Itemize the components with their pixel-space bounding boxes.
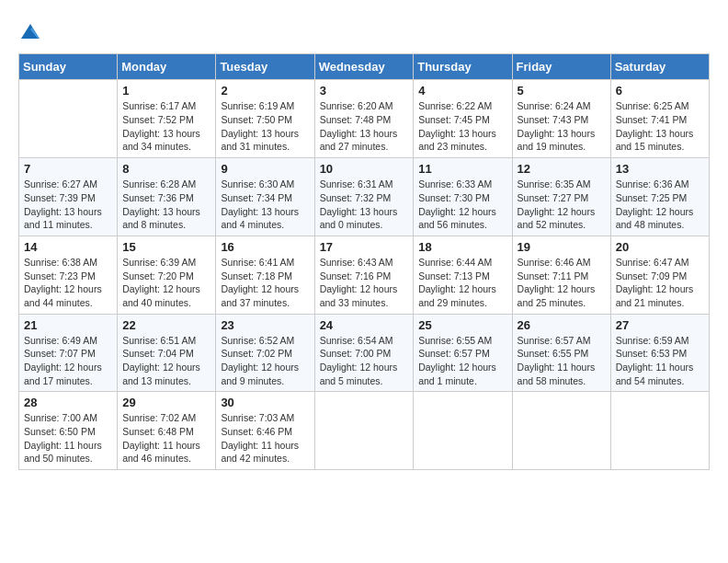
calendar-cell: 2Sunrise: 6:19 AMSunset: 7:50 PMDaylight… xyxy=(216,80,314,158)
day-number: 14 xyxy=(24,240,112,254)
day-number: 12 xyxy=(518,162,606,176)
day-info: Sunrise: 6:49 AMSunset: 7:07 PMDaylight:… xyxy=(24,334,112,388)
day-number: 21 xyxy=(24,318,112,332)
calendar-cell: 1Sunrise: 6:17 AMSunset: 7:52 PMDaylight… xyxy=(118,80,216,158)
calendar-cell: 26Sunrise: 6:57 AMSunset: 6:55 PMDayligh… xyxy=(512,314,610,392)
day-info: Sunrise: 6:38 AMSunset: 7:23 PMDaylight:… xyxy=(24,256,112,310)
day-info: Sunrise: 7:02 AMSunset: 6:48 PMDaylight:… xyxy=(122,411,210,465)
day-info: Sunrise: 6:28 AMSunset: 7:36 PMDaylight:… xyxy=(122,178,210,232)
calendar-cell: 7Sunrise: 6:27 AMSunset: 7:39 PMDaylight… xyxy=(19,158,118,236)
day-info: Sunrise: 7:00 AMSunset: 6:50 PMDaylight:… xyxy=(24,411,112,465)
column-header-friday: Friday xyxy=(512,54,610,80)
day-number: 8 xyxy=(122,162,210,176)
day-number: 22 xyxy=(122,318,210,332)
day-number: 28 xyxy=(24,396,112,409)
day-number: 18 xyxy=(418,240,506,254)
column-header-monday: Monday xyxy=(118,54,216,80)
calendar-cell: 12Sunrise: 6:35 AMSunset: 7:27 PMDayligh… xyxy=(512,158,610,236)
day-info: Sunrise: 6:30 AMSunset: 7:34 PMDaylight:… xyxy=(221,178,309,232)
calendar-cell: 17Sunrise: 6:43 AMSunset: 7:16 PMDayligh… xyxy=(314,236,414,314)
day-info: Sunrise: 6:24 AMSunset: 7:43 PMDaylight:… xyxy=(518,99,606,154)
calendar-week-5: 28Sunrise: 7:00 AMSunset: 6:50 PMDayligh… xyxy=(19,392,710,470)
calendar-cell: 5Sunrise: 6:24 AMSunset: 7:43 PMDaylight… xyxy=(512,80,610,158)
calendar-cell: 27Sunrise: 6:59 AMSunset: 6:53 PMDayligh… xyxy=(610,314,709,392)
day-number: 25 xyxy=(418,318,506,332)
day-number: 15 xyxy=(122,240,210,254)
calendar-cell: 3Sunrise: 6:20 AMSunset: 7:48 PMDaylight… xyxy=(314,80,414,158)
day-number: 26 xyxy=(518,318,606,332)
calendar-cell: 11Sunrise: 6:33 AMSunset: 7:30 PMDayligh… xyxy=(414,158,512,236)
calendar-cell: 16Sunrise: 6:41 AMSunset: 7:18 PMDayligh… xyxy=(216,236,314,314)
day-info: Sunrise: 6:43 AMSunset: 7:16 PMDaylight:… xyxy=(320,256,409,310)
day-info: Sunrise: 6:36 AMSunset: 7:25 PMDaylight:… xyxy=(616,178,704,232)
day-number: 27 xyxy=(616,318,704,332)
calendar-week-3: 14Sunrise: 6:38 AMSunset: 7:23 PMDayligh… xyxy=(19,236,710,314)
day-number: 3 xyxy=(320,84,409,98)
day-info: Sunrise: 6:54 AMSunset: 7:00 PMDaylight:… xyxy=(320,334,409,388)
calendar-header-row: SundayMondayTuesdayWednesdayThursdayFrid… xyxy=(19,54,710,80)
column-header-sunday: Sunday xyxy=(19,54,118,80)
calendar-cell: 23Sunrise: 6:52 AMSunset: 7:02 PMDayligh… xyxy=(216,314,314,392)
calendar-cell: 10Sunrise: 6:31 AMSunset: 7:32 PMDayligh… xyxy=(314,158,414,236)
calendar-cell: 22Sunrise: 6:51 AMSunset: 7:04 PMDayligh… xyxy=(118,314,216,392)
calendar-cell: 15Sunrise: 6:39 AMSunset: 7:20 PMDayligh… xyxy=(118,236,216,314)
day-number: 24 xyxy=(320,318,409,332)
day-info: Sunrise: 6:46 AMSunset: 7:11 PMDaylight:… xyxy=(518,256,606,310)
day-number: 1 xyxy=(122,84,210,98)
calendar-cell: 28Sunrise: 7:00 AMSunset: 6:50 PMDayligh… xyxy=(19,392,118,470)
day-info: Sunrise: 6:19 AMSunset: 7:50 PMDaylight:… xyxy=(221,99,309,154)
day-info: Sunrise: 6:27 AMSunset: 7:39 PMDaylight:… xyxy=(24,178,112,232)
calendar-cell: 24Sunrise: 6:54 AMSunset: 7:00 PMDayligh… xyxy=(314,314,414,392)
day-info: Sunrise: 6:17 AMSunset: 7:52 PMDaylight:… xyxy=(122,99,210,154)
day-info: Sunrise: 6:22 AMSunset: 7:45 PMDaylight:… xyxy=(418,99,506,154)
calendar-cell: 19Sunrise: 6:46 AMSunset: 7:11 PMDayligh… xyxy=(512,236,610,314)
day-info: Sunrise: 7:03 AMSunset: 6:46 PMDaylight:… xyxy=(221,411,309,465)
day-number: 7 xyxy=(24,162,112,176)
calendar-cell xyxy=(19,80,118,158)
calendar-cell: 18Sunrise: 6:44 AMSunset: 7:13 PMDayligh… xyxy=(414,236,512,314)
day-info: Sunrise: 6:41 AMSunset: 7:18 PMDaylight:… xyxy=(221,256,309,310)
day-info: Sunrise: 6:35 AMSunset: 7:27 PMDaylight:… xyxy=(518,178,606,232)
column-header-wednesday: Wednesday xyxy=(314,54,414,80)
calendar-cell: 8Sunrise: 6:28 AMSunset: 7:36 PMDaylight… xyxy=(118,158,216,236)
day-info: Sunrise: 6:57 AMSunset: 6:55 PMDaylight:… xyxy=(518,334,606,388)
calendar-cell: 29Sunrise: 7:02 AMSunset: 6:48 PMDayligh… xyxy=(118,392,216,470)
day-number: 11 xyxy=(418,162,506,176)
logo xyxy=(18,18,41,39)
calendar-cell: 9Sunrise: 6:30 AMSunset: 7:34 PMDaylight… xyxy=(216,158,314,236)
day-number: 17 xyxy=(320,240,409,254)
calendar-cell: 6Sunrise: 6:25 AMSunset: 7:41 PMDaylight… xyxy=(610,80,709,158)
day-number: 10 xyxy=(320,162,409,176)
calendar-cell: 21Sunrise: 6:49 AMSunset: 7:07 PMDayligh… xyxy=(19,314,118,392)
day-number: 6 xyxy=(616,84,704,98)
calendar-cell xyxy=(512,392,610,470)
day-info: Sunrise: 6:33 AMSunset: 7:30 PMDaylight:… xyxy=(418,178,506,232)
day-number: 30 xyxy=(221,396,309,409)
day-number: 5 xyxy=(518,84,606,98)
day-info: Sunrise: 6:39 AMSunset: 7:20 PMDaylight:… xyxy=(122,256,210,310)
calendar-cell xyxy=(414,392,512,470)
day-number: 9 xyxy=(221,162,309,176)
day-info: Sunrise: 6:31 AMSunset: 7:32 PMDaylight:… xyxy=(320,178,409,232)
calendar-table: SundayMondayTuesdayWednesdayThursdayFrid… xyxy=(18,53,710,470)
logo-icon xyxy=(19,22,41,40)
day-number: 29 xyxy=(122,396,210,409)
day-info: Sunrise: 6:51 AMSunset: 7:04 PMDaylight:… xyxy=(122,334,210,388)
day-number: 19 xyxy=(518,240,606,254)
day-info: Sunrise: 6:44 AMSunset: 7:13 PMDaylight:… xyxy=(418,256,506,310)
calendar-week-1: 1Sunrise: 6:17 AMSunset: 7:52 PMDaylight… xyxy=(19,80,710,158)
day-info: Sunrise: 6:20 AMSunset: 7:48 PMDaylight:… xyxy=(320,99,409,154)
day-info: Sunrise: 6:59 AMSunset: 6:53 PMDaylight:… xyxy=(616,334,704,388)
calendar-week-2: 7Sunrise: 6:27 AMSunset: 7:39 PMDaylight… xyxy=(19,158,710,236)
calendar-cell: 13Sunrise: 6:36 AMSunset: 7:25 PMDayligh… xyxy=(610,158,709,236)
calendar-cell xyxy=(314,392,414,470)
page-header xyxy=(18,18,710,39)
day-number: 4 xyxy=(418,84,506,98)
column-header-saturday: Saturday xyxy=(610,54,709,80)
day-number: 23 xyxy=(221,318,309,332)
day-number: 13 xyxy=(616,162,704,176)
calendar-cell: 25Sunrise: 6:55 AMSunset: 6:57 PMDayligh… xyxy=(414,314,512,392)
calendar-cell: 30Sunrise: 7:03 AMSunset: 6:46 PMDayligh… xyxy=(216,392,314,470)
day-info: Sunrise: 6:25 AMSunset: 7:41 PMDaylight:… xyxy=(616,99,704,154)
column-header-tuesday: Tuesday xyxy=(216,54,314,80)
